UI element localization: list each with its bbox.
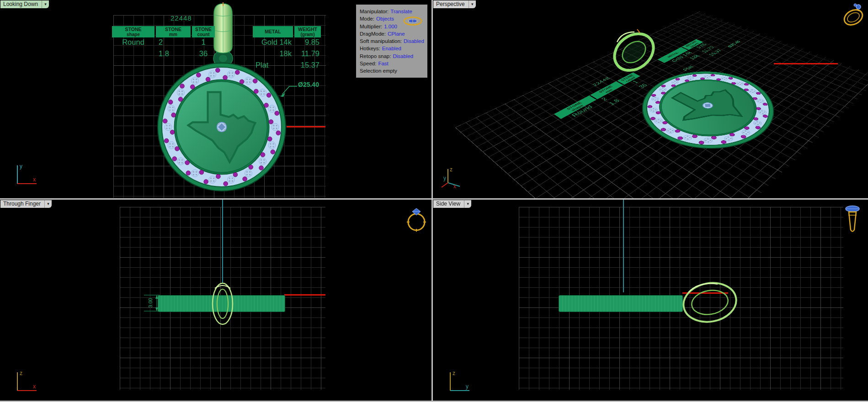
viewport-title-tab-through-finger[interactable]: Through Finger ▾ (0, 200, 52, 208)
viewport-title-tab-side-view[interactable]: Side View ▾ (433, 200, 471, 208)
table-cell (112, 49, 154, 58)
ring-front-icon (405, 206, 428, 232)
viewport-side-view[interactable]: z y Side View ▾ (433, 200, 868, 402)
dropdown-arrow-icon[interactable]: ▾ (469, 0, 476, 8)
dropdown-arrow-icon[interactable]: ▾ (42, 0, 49, 8)
axis-indicator: z y x (440, 164, 467, 189)
axis-line-vertical (222, 200, 223, 283)
viewport-looking-down[interactable]: 22448 STONEshape STONEmm STONEcount Roun… (0, 0, 431, 198)
viewport-divider-horizontal[interactable] (0, 198, 868, 200)
cplane-grid-perspective: 22448 STONEshape STONEmm STONEcount Roun… (455, 11, 868, 198)
cad-app-window: { "viewports": { "looking_down": { "labe… (0, 0, 868, 402)
viewport-title-tab-perspective[interactable]: Perspective ▾ (433, 0, 476, 8)
metal-spec-table: METAL WEIGHT(gram) Gold 14k 9.85 18k 11.… (253, 26, 321, 70)
table-cell: 9.85 (294, 37, 321, 48)
viewport-title: Side View (433, 200, 464, 208)
viewport-perspective[interactable]: 22448 STONEshape STONEmm STONEcount Roun… (433, 0, 868, 198)
axis-line-vertical (623, 200, 624, 292)
x-axis-line (774, 63, 838, 64)
stone-shape-header: STONEshape (112, 26, 154, 37)
viewport-title: Looking Down (0, 0, 42, 8)
stone-spec-table: STONEshape STONEmm STONEcount Round 2 1 … (112, 26, 215, 58)
table-cell: Plat (253, 60, 293, 70)
ring-icon (403, 16, 423, 26)
model-number: 22448 (170, 14, 192, 22)
diameter-dimension: Ø25.40 (726, 40, 741, 48)
x-axis-line (284, 294, 325, 296)
metal-header: METAL (253, 26, 293, 37)
axis-indicator: z x (10, 368, 39, 395)
table-cell: 36 (192, 49, 215, 58)
table-cell: 15.37 (294, 60, 321, 70)
dropdown-arrow-icon[interactable]: ▾ (44, 200, 52, 208)
pendant-bail-model[interactable] (680, 279, 740, 327)
table-cell: 18k (253, 49, 293, 59)
ring-side-icon (841, 203, 864, 236)
table-cell: 2 (156, 37, 191, 47)
ring-perspective-icon (841, 1, 866, 27)
stone-mm-header: STONEmm (156, 26, 191, 37)
svg-text:z: z (453, 370, 455, 376)
svg-text:x: x (453, 183, 456, 189)
svg-text:x: x (33, 176, 36, 183)
dropdown-arrow-icon[interactable]: ▾ (464, 200, 471, 208)
svg-text:y: y (20, 163, 22, 169)
axis-indicator: y x (10, 161, 39, 188)
table-cell: 1.8 (156, 49, 191, 58)
pendant-bail-model[interactable] (210, 282, 235, 326)
x-axis-line (287, 126, 325, 127)
svg-text:3.00: 3.00 (148, 298, 153, 307)
viewport-through-finger[interactable]: 3.00 z x Through Finger ▾ (0, 200, 431, 402)
pendant-bail-model[interactable] (608, 24, 660, 81)
table-cell: Round (112, 37, 154, 47)
viewport-title-tab-looking-down[interactable]: Looking Down ▾ (0, 0, 49, 8)
dimension-leader-arrow (277, 84, 298, 100)
viewport-title: Perspective (433, 0, 469, 8)
pendant-model[interactable] (153, 58, 290, 196)
table-cell: 1 (192, 37, 215, 47)
svg-text:y: y (466, 383, 469, 390)
thickness-dimension: 3.00 (139, 292, 160, 315)
svg-text:y: y (443, 175, 446, 181)
diameter-dimension: Ø25.40 (298, 81, 319, 88)
viewport-divider-vertical[interactable] (431, 0, 433, 402)
manipulator-hud: Manipulator:Translate Mode:Objects Multi… (356, 5, 427, 78)
svg-text:z: z (450, 166, 453, 173)
svg-text:z: z (20, 370, 22, 376)
weight-header: WEIGHT(gram) (294, 26, 321, 37)
pendant-edge-model[interactable] (559, 295, 683, 312)
axis-indicator: z y (443, 368, 472, 395)
stone-count-header: STONEcount (192, 26, 215, 37)
table-cell: 11.79 (294, 49, 321, 59)
svg-text:x: x (33, 383, 36, 390)
table-cell: Gold 14k (253, 37, 293, 48)
viewport-title: Through Finger (0, 200, 44, 208)
